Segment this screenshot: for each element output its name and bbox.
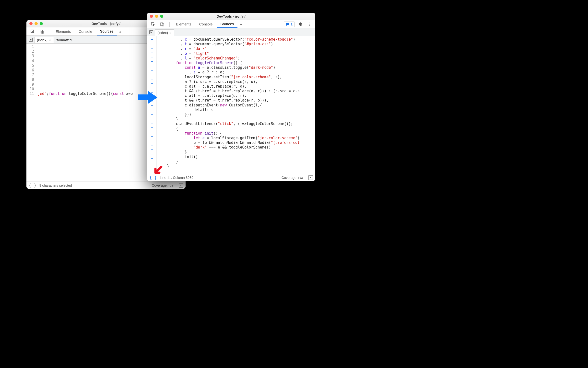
tab-console[interactable]: Console <box>75 28 96 35</box>
cursor-position: Line 11, Column 3939 <box>160 176 193 180</box>
red-arrow-annotation <box>153 166 163 177</box>
separator <box>49 29 49 34</box>
inspect-icon[interactable] <box>149 21 157 27</box>
status-bar: { } Line 11, Column 3939 Coverage: n/a ▲ <box>147 174 315 181</box>
file-tab-label: (index) <box>37 38 47 42</box>
selection-status: 9 characters selected <box>39 184 72 187</box>
minimize-window-icon[interactable] <box>155 15 158 18</box>
issues-badge[interactable]: 1 <box>284 22 295 27</box>
devtools-window-right: DevTools - jec.fyi/ Elements Console Sou… <box>147 13 315 181</box>
file-tab-formatted[interactable]: :formatted <box>54 37 74 43</box>
show-drawer-icon[interactable]: ▲ <box>308 175 313 180</box>
line-gutter: 1 2 3 4 5 6 7 8 9 10 11 <box>26 44 36 182</box>
tab-elements[interactable]: Elements <box>173 21 195 28</box>
svg-rect-5 <box>161 23 163 26</box>
device-toggle-icon[interactable] <box>38 28 46 35</box>
blue-arrow-annotation <box>138 90 158 106</box>
tab-console[interactable]: Console <box>196 21 216 28</box>
window-controls <box>29 22 43 25</box>
maximize-window-icon[interactable] <box>160 15 163 18</box>
tab-sources[interactable]: Sources <box>217 20 237 28</box>
settings-gear-icon[interactable] <box>296 21 304 27</box>
close-window-icon[interactable] <box>150 15 153 18</box>
main-toolbar: Elements Console Sources » 1 <box>147 20 315 28</box>
svg-point-9 <box>309 25 310 26</box>
coverage-status: Coverage: n/a <box>282 176 303 180</box>
minimize-window-icon[interactable] <box>35 22 38 25</box>
device-toggle-icon[interactable] <box>158 21 166 27</box>
svg-point-7 <box>309 23 310 23</box>
code-content[interactable]: , c = document.querySelector("#color-sch… <box>157 36 315 174</box>
file-tab-label: :formatted <box>56 38 72 42</box>
svg-rect-1 <box>40 30 42 33</box>
window-controls <box>150 15 163 18</box>
show-drawer-icon[interactable]: ▲ <box>179 183 183 188</box>
file-tab-index[interactable]: (index) × <box>34 37 54 43</box>
navigator-toggle-icon[interactable] <box>27 36 34 43</box>
file-tab-strip: (index) × <box>147 28 315 36</box>
maximize-window-icon[interactable] <box>40 22 43 25</box>
separator <box>169 22 170 27</box>
svg-point-8 <box>309 24 310 24</box>
status-bar: { } 9 characters selected Coverage: n/a … <box>26 182 186 189</box>
close-window-icon[interactable] <box>29 22 33 25</box>
pretty-print-icon[interactable]: { } <box>29 183 36 188</box>
kebab-menu-icon[interactable] <box>305 21 313 27</box>
window-title: DevTools - jec.fyi/ <box>147 14 315 18</box>
close-icon[interactable]: × <box>169 31 172 35</box>
tab-elements[interactable]: Elements <box>52 28 74 35</box>
code-editor[interactable]: – – – – – – – – – – – – – – – – – – – – … <box>147 36 315 174</box>
tab-sources[interactable]: Sources <box>97 28 117 35</box>
file-tab-index[interactable]: (index) × <box>155 29 174 36</box>
navigator-toggle-icon[interactable] <box>148 28 155 36</box>
more-tabs-chevron-icon[interactable]: » <box>238 21 243 27</box>
issues-count: 1 <box>291 22 293 26</box>
more-tabs-chevron-icon[interactable]: » <box>118 28 123 34</box>
file-tab-label: (index) <box>157 31 168 35</box>
titlebar: DevTools - jec.fyi/ <box>147 13 315 20</box>
coverage-status: Coverage: n/a <box>152 184 173 187</box>
inspect-icon[interactable] <box>28 28 37 35</box>
close-icon[interactable]: × <box>49 38 51 42</box>
